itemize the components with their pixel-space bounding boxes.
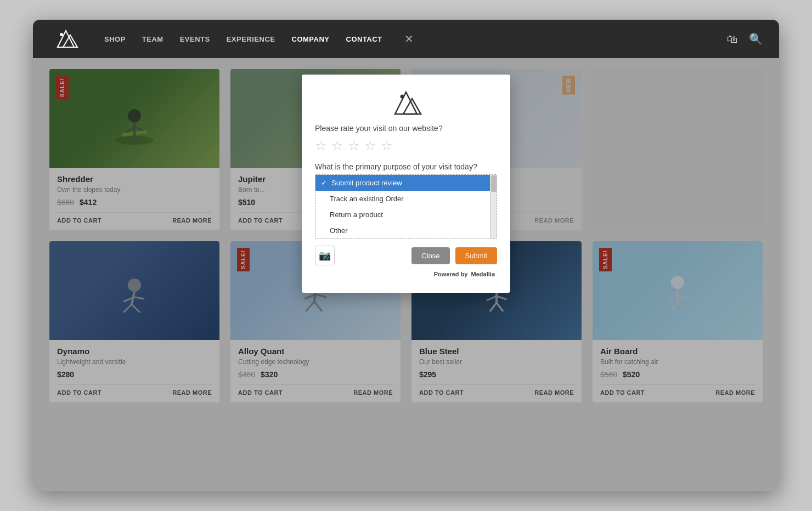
logo-area — [49, 25, 82, 53]
logo-icon — [49, 25, 82, 53]
selected-option-label: Submit product review — [331, 179, 402, 187]
nav-links: SHOP TEAM EVENTS EXPERIENCE COMPANY CONT… — [104, 32, 727, 46]
star-rating[interactable]: ☆ ☆ ☆ ☆ ☆ — [315, 138, 497, 154]
modal-action-buttons: Close Submit — [411, 247, 497, 264]
star-5[interactable]: ☆ — [381, 138, 393, 154]
scrollbar-thumb — [491, 175, 497, 192]
powered-by-text: Powered by — [434, 271, 468, 277]
nav-events[interactable]: EVENTS — [180, 35, 210, 43]
camera-button[interactable]: 📷 — [315, 246, 335, 265]
powered-by: Powered by Medallia — [315, 271, 497, 284]
search-icon[interactable]: 🔍 — [749, 32, 763, 46]
navbar: SHOP TEAM EVENTS EXPERIENCE COMPANY CONT… — [33, 20, 779, 58]
close-button[interactable]: Close — [411, 247, 449, 264]
nav-icons: 🛍 🔍 — [727, 32, 763, 46]
modal-question2: What is the primary purpose of your visi… — [315, 162, 497, 171]
feedback-modal: Please rate your visit on our website? ☆… — [302, 75, 510, 293]
camera-icon: 📷 — [319, 249, 331, 262]
submit-button[interactable]: Submit — [455, 247, 497, 264]
nav-team[interactable]: TEAM — [142, 35, 163, 43]
svg-marker-0 — [58, 31, 74, 47]
nav-shop[interactable]: SHOP — [104, 35, 126, 43]
modal-footer-row: 📷 Close Submit — [315, 246, 497, 271]
svg-point-43 — [401, 95, 404, 99]
modal-header — [302, 75, 510, 124]
dropdown-selected-option[interactable]: ✓ Submit product review — [315, 175, 497, 191]
modal-question1: Please rate your visit on our website? — [315, 124, 497, 133]
main-content: SALE! Shredder Own the slopes today — [33, 58, 779, 491]
visit-purpose-dropdown[interactable]: ✓ Submit product review Track an existin… — [315, 174, 497, 239]
modal-logo-icon — [387, 86, 425, 118]
modal-overlay: Please rate your visit on our website? ☆… — [33, 58, 779, 491]
star-3[interactable]: ☆ — [348, 138, 360, 154]
dropdown-scrollbar[interactable] — [490, 175, 497, 239]
star-2[interactable]: ☆ — [331, 138, 343, 154]
svg-marker-1 — [63, 35, 77, 47]
star-4[interactable]: ☆ — [364, 138, 376, 154]
cart-icon[interactable]: 🛍 — [727, 33, 738, 46]
dropdown-options-list: Track an existing Order Return a product… — [315, 191, 497, 239]
dropdown-option-other[interactable]: Other — [315, 223, 497, 239]
svg-point-2 — [60, 33, 63, 36]
nav-experience[interactable]: EXPERIENCE — [227, 35, 275, 43]
check-icon: ✓ — [321, 179, 327, 187]
dropdown-option-track[interactable]: Track an existing Order — [315, 191, 497, 207]
dropdown-option-return[interactable]: Return a product — [315, 207, 497, 223]
modal-body: Please rate your visit on our website? ☆… — [302, 124, 510, 293]
nav-close-button[interactable]: ✕ — [404, 32, 414, 46]
nav-contact[interactable]: CONTACT — [346, 35, 382, 43]
svg-marker-41 — [395, 92, 417, 114]
nav-company[interactable]: COMPANY — [292, 35, 330, 43]
svg-marker-42 — [403, 99, 421, 114]
star-1[interactable]: ☆ — [315, 138, 327, 154]
powered-brand: Medallia — [471, 271, 495, 277]
